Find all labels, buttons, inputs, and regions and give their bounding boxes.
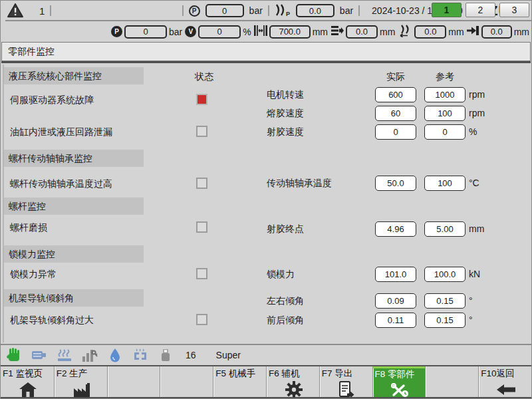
value-row: 射胶终点 4.96 5.00 mm [1, 221, 531, 237]
separator [50, 5, 51, 16]
pressure-display: 0 [205, 4, 244, 17]
heater-icon [57, 348, 72, 362]
section-hydraulic: 液压系统核心部件监控 [4, 67, 144, 84]
screw-icon [398, 25, 412, 39]
unit-label: mm [380, 27, 395, 37]
fkey-f1-monitor[interactable]: F1 监视页 [1, 366, 54, 397]
system-velocity-display: 0 [198, 25, 241, 39]
reference-value-field[interactable]: 0.15 [424, 313, 466, 328]
tab-2[interactable]: 2 [466, 3, 495, 17]
home-icon [3, 380, 54, 399]
page-title-bar: 零部件监控 [1, 42, 531, 61]
separator [182, 5, 184, 16]
page-tabs: 1 2 3 [432, 3, 529, 17]
status-column-header: 状态 [195, 71, 213, 83]
mold-position-display: 700.0 [269, 25, 311, 39]
separator [268, 5, 269, 16]
alarm-warning-icon[interactable] [7, 3, 23, 18]
fkey-f5-robot[interactable]: F5 机械手 [213, 366, 266, 397]
fkey-empty [107, 366, 160, 397]
value-unit: kN [469, 269, 480, 279]
section-clamp-force: 锁模力监控 [4, 245, 144, 263]
value-row: 电机转速 600 1000 rpm [1, 87, 531, 102]
field-ejector-position: 0.0 mm [331, 25, 395, 39]
chart-tool-icon [82, 348, 98, 362]
field-system-pressure: P 0 bar [111, 25, 182, 39]
actual-value-field: 600 [375, 87, 416, 102]
svg-text:P: P [286, 11, 290, 17]
fkey-f10-back[interactable]: F10返回 [478, 366, 531, 397]
reference-value-field[interactable]: 100 [424, 176, 466, 191]
unit-label: bar [169, 27, 182, 37]
actual-value-field: 50.0 [375, 176, 416, 191]
fkey-empty [160, 366, 213, 397]
hmi-screen: 1 P 0 bar P 0.0 bar 2024-10-23 / 11:45:4… [0, 0, 532, 399]
field-screw-position: 0.0 mm [398, 25, 464, 39]
alarm-count: 1 [39, 5, 45, 17]
screw-position-display: 0.0 [414, 25, 446, 39]
function-key-bar: F1 监视页 F2 生产 F5 机械手 F6 辅机 F7 导出 [1, 366, 531, 397]
value-unit: mm [469, 223, 484, 234]
value-label: 前后倾角 [267, 315, 304, 327]
tab-3[interactable]: 3 [499, 3, 529, 17]
actual-value-field: 4.96 [375, 221, 416, 237]
value-row: 锁模力 101.0 100.0 kN [1, 267, 531, 282]
actual-value-field: 0.09 [375, 293, 416, 309]
reference-value-field[interactable]: 0 [424, 124, 466, 140]
system-pressure-display: 0 [124, 25, 167, 39]
value-unit: % [469, 126, 477, 137]
mold-width-icon [254, 25, 267, 39]
back-pressure-icon: P [275, 3, 291, 19]
fkey-f8-parts[interactable]: F8 零部件 [372, 366, 426, 397]
velocity-icon: V [185, 26, 196, 37]
pressure-icon: P [189, 5, 200, 17]
value-row: 左右倾角 0.09 0.15 ° [1, 293, 531, 309]
reference-value-field[interactable]: 1000 [424, 87, 466, 102]
user-level: Super [216, 350, 241, 360]
mold-heat-icon [132, 348, 148, 362]
reference-column-header: 参考 [424, 71, 466, 83]
unit-label: % [243, 27, 251, 37]
machine-status-bar: 16 Super [1, 345, 531, 365]
carriage-position-display: 0.0 [481, 25, 512, 39]
field-carriage-position: 0.0 mm [467, 25, 529, 39]
fkey-empty [425, 366, 478, 397]
back-pressure-display: 0.0 [296, 4, 334, 17]
reference-value-field[interactable]: 100 [424, 106, 466, 121]
tab-1[interactable]: 1 [432, 3, 462, 17]
record-count: 16 [186, 350, 196, 360]
field-mold-position: 700.0 mm [254, 25, 328, 39]
factory-icon [57, 380, 107, 399]
section-screw: 螺杆监控 [4, 198, 144, 215]
machine-values-toolbar: P 0 bar V 0 % 700.0 mm 0.0 mm 0 [100, 22, 529, 41]
tools-icon [375, 381, 426, 399]
value-label: 锁模力 [267, 269, 295, 281]
value-label: 熔胶速度 [267, 108, 304, 120]
value-row: 射胶速度 0 0 % [1, 124, 531, 140]
value-label: 射胶速度 [267, 126, 304, 138]
value-unit: rpm [469, 89, 485, 100]
pressure-unit: bar [249, 5, 263, 16]
gear-icon [269, 380, 319, 399]
divider [1, 61, 531, 63]
fkey-f2-production[interactable]: F2 生产 [54, 366, 107, 397]
value-row: 熔胶速度 60 100 rpm [1, 106, 531, 121]
value-unit: rpm [469, 108, 485, 118]
divider [5, 20, 531, 21]
value-unit: ° [469, 315, 473, 325]
actual-value-field: 0.11 [375, 313, 416, 328]
value-row: 前后倾角 0.11 0.15 ° [1, 313, 531, 328]
back-pressure-unit: bar [340, 5, 353, 16]
reference-value-field[interactable]: 5.00 [424, 221, 466, 237]
reference-value-field[interactable]: 0.15 [424, 293, 466, 309]
fkey-f6-auxiliary[interactable]: F6 辅机 [266, 366, 319, 397]
field-system-velocity: V 0 % [185, 25, 251, 39]
value-label: 射胶终点 [267, 223, 304, 235]
reference-value-field[interactable]: 100.0 [424, 267, 466, 282]
export-document-icon [322, 380, 372, 399]
fkey-f7-export[interactable]: F7 导出 [319, 366, 372, 397]
value-unit: °C [469, 178, 479, 188]
manual-mode-hand-icon [6, 348, 22, 362]
value-row: 传动轴轴承温度 50.0 100 °C [1, 176, 531, 191]
value-label: 电机转速 [267, 89, 304, 101]
